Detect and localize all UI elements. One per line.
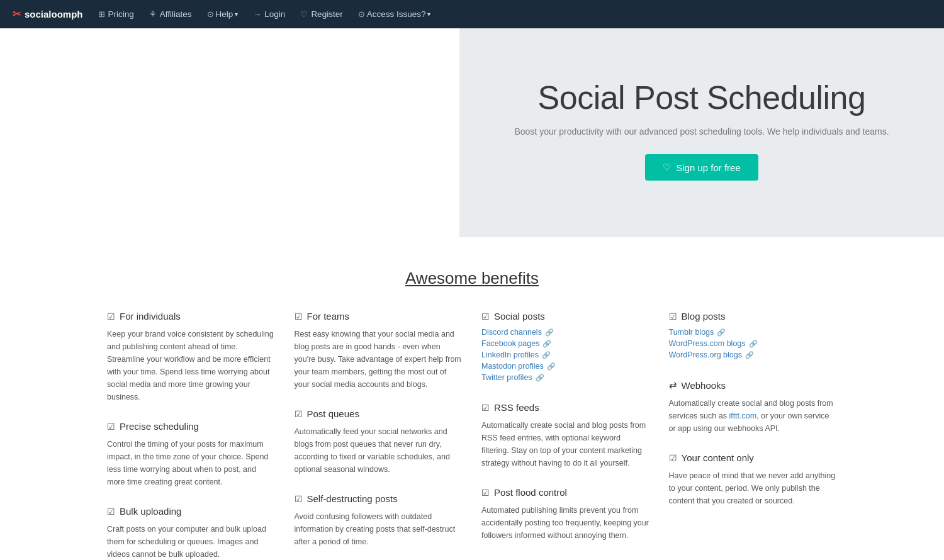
list-item-facebook[interactable]: Facebook pages 🔗: [481, 339, 650, 348]
nav-register[interactable]: ♡ Register: [294, 0, 349, 28]
benefit-text-queues: Automatically feed your social networks …: [295, 425, 463, 476]
link-icon-tumblr: 🔗: [717, 328, 726, 337]
benefit-heading-content: Your content only: [682, 452, 754, 463]
check-icon-selfdestruct: ☑: [295, 494, 303, 504]
link-icon-wpcom: 🔗: [749, 340, 758, 348]
benefits-title: Awesome benefits: [107, 269, 837, 288]
benefit-blog-posts: ☑ Blog posts Tumblr blogs 🔗 WordPress.co…: [669, 311, 838, 362]
benefit-heading-queues: Post queues: [307, 408, 359, 419]
benefit-text-webhooks: Automatically create social and blog pos…: [669, 397, 838, 435]
benefit-text-flood: Automated publishing limits prevent you …: [481, 504, 650, 542]
list-item-twitter[interactable]: Twitter profiles 🔗: [481, 373, 650, 382]
twitter-label: Twitter profiles: [481, 373, 532, 382]
chevron-down-icon-access: ▾: [427, 11, 430, 18]
list-item-mastodon[interactable]: Mastodon profiles 🔗: [481, 362, 650, 371]
discord-label: Discord channels: [481, 328, 542, 337]
link-icon-facebook: 🔗: [542, 340, 551, 348]
benefit-text-individuals: Keep your brand voice consistent by sche…: [107, 328, 276, 403]
check-icon-flood: ☑: [481, 488, 490, 498]
left-sidebar: [0, 28, 230, 237]
hero-title: Social Post Scheduling: [472, 79, 931, 116]
list-item-linkedin[interactable]: LinkedIn profiles 🔗: [481, 350, 650, 359]
benefit-teams: ☑ For teams Rest easy knowing that your …: [295, 311, 463, 391]
check-icon-bulk: ☑: [107, 507, 115, 517]
benefit-precise-scheduling: ☑ Precise scheduling Control the timing …: [107, 421, 276, 488]
check-icon-precise: ☑: [107, 422, 115, 432]
benefit-text-content: Have peace of mind that we never add any…: [669, 469, 838, 507]
benefit-text-selfdestruct: Avoid confusing followers with outdated …: [295, 510, 463, 548]
benefit-heading-teams: For teams: [307, 311, 350, 322]
benefits-grid: ☑ For individuals Keep your brand voice …: [107, 311, 837, 560]
heart-icon: ♡: [663, 162, 671, 173]
benefit-text-teams: Rest easy knowing that your social media…: [295, 328, 463, 391]
wpcom-label: WordPress.com blogs: [669, 339, 746, 348]
benefit-heading-bulk: Bulk uploading: [120, 506, 181, 517]
check-icon-rss: ☑: [481, 403, 490, 413]
facebook-label: Facebook pages: [481, 339, 539, 348]
benefit-flood-control: ☑ Post flood control Automated publishin…: [481, 487, 650, 542]
benefit-heading-flood: Post flood control: [494, 487, 567, 498]
list-item-wporg[interactable]: WordPress.org blogs 🔗: [669, 350, 838, 359]
benefit-bulk-uploading: ☑ Bulk uploading Craft posts on your com…: [107, 506, 276, 560]
login-icon: →: [253, 9, 261, 19]
benefit-column-1: ☑ For individuals Keep your brand voice …: [107, 311, 276, 560]
nav-help[interactable]: ⊙ Help ▾: [201, 0, 245, 28]
affiliates-icon: ⚘: [149, 9, 157, 19]
register-icon: ♡: [300, 9, 308, 19]
nav-affiliates[interactable]: ⚘ Affiliates: [143, 0, 198, 28]
main-content: Social Post Scheduling Boost your produc…: [230, 28, 944, 237]
brand-link[interactable]: ✂ socialoomph: [13, 8, 83, 20]
signup-button[interactable]: ♡ Sign up for free: [645, 154, 758, 181]
benefits-section: Awesome benefits ☑ For individuals Keep …: [94, 237, 850, 560]
social-posts-list: Discord channels 🔗 Facebook pages 🔗 Link…: [481, 328, 650, 382]
check-icon-queues: ☑: [295, 409, 303, 419]
benefit-text-precise: Control the timing of your posts for max…: [107, 438, 276, 488]
benefit-heading-precise: Precise scheduling: [120, 421, 199, 432]
nav-pricing[interactable]: ⊞ Pricing: [92, 0, 140, 28]
link-icon-linkedin: 🔗: [542, 351, 551, 359]
hero-section: Social Post Scheduling Boost your produc…: [459, 28, 944, 237]
link-icon-mastodon: 🔗: [547, 362, 556, 371]
link-icon-discord: 🔗: [545, 328, 554, 337]
hero-subtitle: Boost your productivity with our advance…: [472, 126, 931, 137]
benefit-text-rss: Automatically create social and blog pos…: [481, 419, 650, 469]
brand-icon: ✂: [13, 8, 21, 20]
benefit-rss-feeds: ☑ RSS feeds Automatically create social …: [481, 402, 650, 469]
access-icon: ⊙: [358, 9, 365, 19]
check-icon-individuals: ☑: [107, 311, 115, 322]
list-item-wpcom[interactable]: WordPress.com blogs 🔗: [669, 339, 838, 348]
benefit-heading-blog: Blog posts: [682, 311, 726, 322]
chevron-down-icon: ▾: [235, 11, 238, 18]
benefit-heading-rss: RSS feeds: [494, 402, 539, 413]
navbar: ✂ socialoomph ⊞ Pricing ⚘ Affiliates ⊙ H…: [0, 0, 944, 28]
pricing-icon: ⊞: [98, 9, 105, 19]
check-icon-blog: ☑: [669, 311, 677, 322]
benefit-heading-social: Social posts: [494, 311, 545, 322]
blog-posts-list: Tumblr blogs 🔗 WordPress.com blogs 🔗 Wor…: [669, 328, 838, 359]
content-area: Social Post Scheduling Boost your produc…: [0, 28, 944, 237]
benefit-social-posts: ☑ Social posts Discord channels 🔗 Facebo…: [481, 311, 650, 384]
benefit-self-destruct: ☑ Self-destructing posts Avoid confusing…: [295, 493, 463, 548]
link-icon-wporg: 🔗: [745, 351, 754, 359]
check-icon-teams: ☑: [295, 311, 303, 322]
benefit-column-3: ☑ Social posts Discord channels 🔗 Facebo…: [481, 311, 650, 560]
nav-login[interactable]: → Login: [247, 0, 291, 28]
wporg-label: WordPress.org blogs: [669, 350, 743, 359]
linkedin-label: LinkedIn profiles: [481, 350, 539, 359]
list-item-tumblr[interactable]: Tumblr blogs 🔗: [669, 328, 838, 337]
check-icon-social: ☑: [481, 311, 490, 322]
benefit-column-4: ☑ Blog posts Tumblr blogs 🔗 WordPress.co…: [669, 311, 838, 560]
benefit-webhooks: ⇄ Webhooks Automatically create social a…: [669, 379, 838, 435]
benefit-heading-individuals: For individuals: [120, 311, 181, 322]
webhook-icon: ⇄: [669, 379, 677, 391]
help-icon: ⊙: [207, 9, 214, 19]
nav-access-issues[interactable]: ⊙ Access Issues? ▾: [352, 0, 437, 28]
tumblr-label: Tumblr blogs: [669, 328, 714, 337]
benefit-text-bulk: Craft posts on your computer and bulk up…: [107, 523, 276, 560]
ifttt-link[interactable]: ifttt.com: [729, 412, 756, 420]
benefit-heading-webhooks: Webhooks: [682, 380, 726, 391]
list-item-discord[interactable]: Discord channels 🔗: [481, 328, 650, 337]
check-icon-content: ☑: [669, 453, 677, 463]
benefit-heading-selfdestruct: Self-destructing posts: [307, 493, 398, 504]
benefit-column-2: ☑ For teams Rest easy knowing that your …: [295, 311, 463, 560]
